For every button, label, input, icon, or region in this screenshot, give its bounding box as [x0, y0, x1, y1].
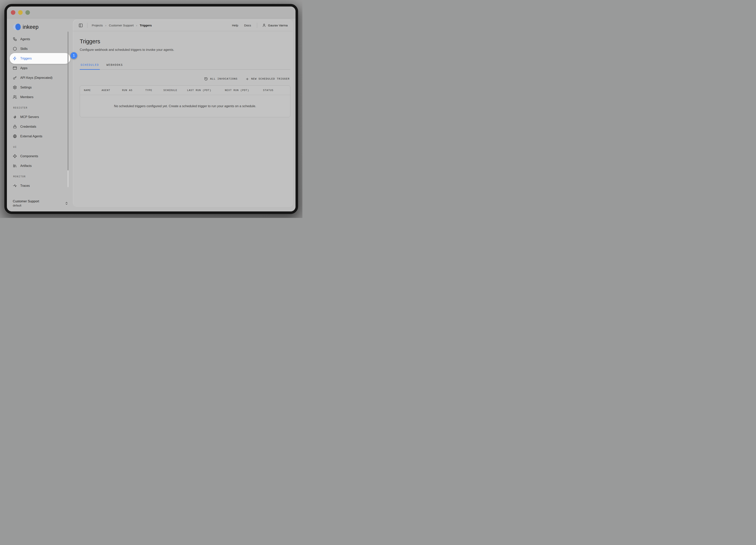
sidebar-item-label: Triggers — [20, 57, 32, 60]
sidebar-item-label: Settings — [20, 86, 32, 89]
sidebar-item-components[interactable]: Components — [10, 151, 70, 161]
sidebar: inkeep Agents Skills — [7, 19, 73, 211]
mcp-icon — [13, 115, 17, 119]
sidebar-item-traces[interactable]: Traces — [10, 181, 70, 190]
app-window-icon — [13, 66, 17, 70]
tab-scheduled[interactable]: SCHEDULED — [80, 63, 100, 70]
activity-icon — [13, 184, 17, 188]
workspace-name: Customer Support — [13, 199, 39, 204]
tab-list: SCHEDULED WEBHOOKS — [80, 63, 290, 70]
column-header-status: STATUS — [263, 89, 290, 92]
empty-state-message: No scheduled triggers configured yet. Cr… — [114, 104, 256, 108]
header-right: Help Docs Gaurav Varma — [232, 23, 288, 28]
inkeep-logo[interactable]: inkeep — [7, 21, 73, 33]
page-description: Configure webhook and scheduled triggers… — [80, 48, 290, 52]
sidebar-item-external-agents[interactable]: External Agents — [10, 131, 70, 141]
sidebar-section-register: REGISTER — [7, 102, 73, 111]
chevrons-up-down-icon — [65, 201, 68, 205]
column-header-type: TYPE — [145, 89, 163, 92]
content-card: Projects › Customer Support › Triggers H… — [73, 20, 293, 207]
user-name: Gaurav Varma — [268, 24, 288, 27]
zap-icon — [13, 56, 17, 60]
sidebar-item-members[interactable]: Members — [10, 92, 70, 102]
breadcrumb: Projects › Customer Support › Triggers — [92, 24, 152, 27]
sidebar-section-monitor: MONITOR — [7, 171, 73, 180]
history-icon — [204, 77, 208, 81]
column-header-name: NAME — [84, 89, 102, 92]
inkeep-logo-icon — [13, 23, 21, 31]
sidebar-item-label: Components — [20, 154, 38, 158]
all-invocations-button[interactable]: ALL INVOCATIONS — [204, 77, 238, 81]
new-scheduled-trigger-label: NEW SCHEDULED TRIGGER — [251, 77, 290, 80]
hexagon-icon — [13, 47, 17, 51]
sidebar-item-label: Traces — [20, 184, 30, 187]
column-header-last-run: LAST RUN (PDT) — [187, 89, 225, 92]
table-header-row: NAME AGENT RUN AS TYPE SCHEDULE LAST RUN… — [80, 86, 290, 95]
close-window-button[interactable] — [11, 10, 15, 15]
column-header-agent: AGENT — [102, 89, 122, 92]
sidebar-nav-register: MCP Servers Credentials External Agents — [7, 111, 73, 141]
sidebar-item-label: External Agents — [20, 134, 42, 138]
help-link[interactable]: Help — [232, 24, 238, 27]
sidebar-item-label: Members — [20, 95, 33, 99]
breadcrumb-separator: › — [136, 24, 137, 27]
workflow-icon — [13, 37, 17, 41]
app-window: inkeep Agents Skills — [4, 4, 298, 214]
all-invocations-label: ALL INVOCATIONS — [210, 77, 238, 80]
sidebar-item-artifacts[interactable]: Artifacts — [10, 161, 70, 171]
column-header-next-run: NEXT RUN (PDT) — [225, 89, 263, 92]
user-icon — [262, 23, 266, 27]
breadcrumb-customer-support[interactable]: Customer Support — [109, 24, 134, 27]
sidebar-item-label: Agents — [20, 37, 30, 41]
minimize-window-button[interactable] — [18, 10, 23, 15]
column-header-run-as: RUN AS — [122, 89, 145, 92]
users-icon — [13, 95, 17, 99]
sidebar-item-agents[interactable]: Agents — [10, 34, 70, 44]
library-icon — [13, 164, 17, 168]
sidebar-item-credentials[interactable]: Credentials — [10, 122, 70, 131]
plus-icon — [246, 77, 249, 81]
annotation-step-badge: 1 — [70, 52, 77, 59]
globe-icon — [13, 134, 17, 138]
actions-row: ALL INVOCATIONS NEW SCHEDULED TRIGGER — [80, 77, 290, 81]
sidebar-toggle-button[interactable] — [79, 23, 83, 28]
sidebar-item-api-keys[interactable]: API Keys (Deprecated) — [10, 73, 70, 83]
sidebar-nav-ui: Components Artifacts — [7, 150, 73, 171]
sidebar-item-label: Artifacts — [20, 164, 32, 168]
workspace-environment: default — [13, 204, 39, 207]
sidebar-item-settings[interactable]: Settings — [10, 83, 70, 92]
window-titlebar — [7, 6, 296, 19]
component-icon — [13, 154, 17, 158]
sidebar-item-mcp-servers[interactable]: MCP Servers — [10, 112, 70, 122]
sidebar-section-ui: UI — [7, 141, 73, 150]
key-icon — [13, 76, 17, 80]
sidebar-item-label: MCP Servers — [20, 115, 39, 119]
sidebar-nav-monitor: Traces — [7, 180, 73, 190]
zoom-window-button[interactable] — [25, 10, 30, 15]
sidebar-item-label: Skills — [20, 47, 28, 51]
new-scheduled-trigger-button[interactable]: NEW SCHEDULED TRIGGER — [246, 77, 290, 81]
inkeep-logo-text: inkeep — [23, 24, 39, 30]
page-content: Triggers Configure webhook and scheduled… — [73, 31, 293, 207]
page-title: Triggers — [80, 38, 290, 45]
user-menu[interactable]: Gaurav Varma — [262, 23, 288, 27]
gear-icon — [13, 85, 17, 89]
sidebar-item-triggers[interactable]: Triggers — [10, 53, 70, 64]
sidebar-item-label: Credentials — [20, 125, 36, 128]
docs-link[interactable]: Docs — [244, 24, 251, 27]
table-empty-state: No scheduled triggers configured yet. Cr… — [80, 95, 290, 117]
lock-icon — [13, 124, 17, 129]
sidebar-item-apps[interactable]: Apps — [10, 63, 70, 73]
column-header-schedule: SCHEDULE — [163, 89, 187, 92]
breadcrumb-triggers: Triggers — [140, 24, 152, 27]
screen: inkeep Agents Skills — [0, 0, 302, 218]
triggers-table: NAME AGENT RUN AS TYPE SCHEDULE LAST RUN… — [80, 85, 290, 117]
tab-webhooks[interactable]: WEBHOOKS — [106, 63, 124, 70]
page-header: Projects › Customer Support › Triggers H… — [73, 20, 293, 31]
workspace-selector[interactable]: Customer Support default — [7, 199, 73, 211]
sidebar-item-skills[interactable]: Skills — [10, 44, 70, 54]
breadcrumb-projects[interactable]: Projects — [92, 24, 103, 27]
sidebar-scrollbar-thumb[interactable] — [68, 32, 69, 170]
sidebar-item-label: Apps — [20, 66, 27, 70]
window-body: inkeep Agents Skills — [7, 19, 296, 211]
